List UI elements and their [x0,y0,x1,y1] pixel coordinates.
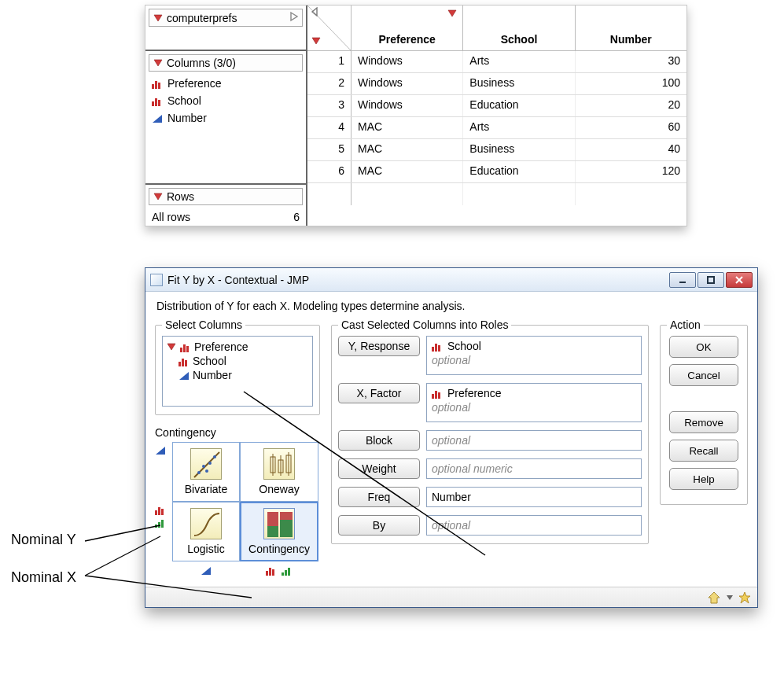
oneway-cell[interactable]: Oneway [240,442,318,502]
columns-header-label: Columns (3/0) [167,57,236,69]
select-columns-list[interactable]: Preference School Number [162,336,313,407]
list-item[interactable]: Preference [164,340,311,354]
columns-panel-header[interactable]: Columns (3/0) [149,54,303,72]
disclose-icon[interactable] [166,341,177,352]
x-factor-button[interactable]: X, Factor [338,383,420,403]
table-row[interactable]: 3 Windows Education 20 [307,95,686,117]
rows-summary: All rows 6 [145,208,306,226]
weight-box[interactable]: optional numeric [426,458,642,479]
nominal-icon [152,79,163,88]
svg-rect-30 [280,520,293,537]
optional-label: optional [432,519,636,532]
assigned-column: Preference [447,387,501,399]
cell[interactable]: Windows [352,51,463,72]
block-button[interactable]: Block [338,430,420,451]
column-item[interactable]: Preference [145,75,306,92]
svg-point-18 [208,462,212,465]
by-box[interactable]: optional [426,515,642,536]
rows-panel-header[interactable]: Rows [149,188,303,205]
by-button[interactable]: By [338,515,420,536]
cell[interactable]: Arts [463,51,575,72]
recall-button[interactable]: Recall [669,440,738,462]
cell[interactable]: Business [463,73,575,94]
cell[interactable]: 30 [576,51,686,72]
minimize-button[interactable] [669,272,696,288]
list-item[interactable]: School [164,354,311,368]
cell[interactable]: 20 [576,95,686,116]
table-row[interactable]: 1 Windows Arts 30 [307,51,686,73]
row-number: 6 [307,161,352,182]
contingency-icon [263,508,295,539]
block-box[interactable]: optional [426,430,642,451]
home-icon[interactable] [707,591,721,605]
cell[interactable]: MAC [352,161,463,182]
play-icon[interactable] [289,11,299,24]
column-item[interactable]: School [145,92,306,109]
cell[interactable]: Arts [463,117,575,138]
optional-label: optional [432,401,636,414]
disclose-icon[interactable] [447,8,458,19]
fit-y-by-x-dialog: Fit Y by X - Contextual - JMP Distributi… [145,267,758,608]
svg-rect-29 [280,512,293,520]
cell[interactable]: Business [463,139,575,160]
cell[interactable]: 60 [576,117,686,138]
column-header[interactable]: Number [576,6,686,50]
dropdown-icon[interactable] [726,591,734,604]
logistic-cell[interactable]: Logistic [172,502,240,561]
help-button[interactable]: Help [669,468,738,490]
freq-box[interactable]: Number [426,487,642,507]
y-response-box[interactable]: School optional [426,336,642,375]
cell[interactable]: 40 [576,139,686,160]
disclose-icon[interactable] [153,191,164,202]
weight-button[interactable]: Weight [338,458,420,479]
svg-rect-12 [708,277,714,283]
svg-marker-32 [727,595,733,600]
list-item[interactable]: Number [164,368,311,382]
table-row[interactable]: 5 MAC Business 40 [307,139,686,161]
ok-button[interactable]: OK [669,336,738,358]
select-columns-label: Select Columns [162,318,245,331]
data-grid[interactable]: Preference School Number 1 Windows Arts … [307,6,686,226]
disclose-icon[interactable] [153,13,164,24]
y-response-button[interactable]: Y, Response [338,336,420,356]
freq-button[interactable]: Freq [338,487,420,507]
cell[interactable]: MAC [352,117,463,138]
table-row[interactable]: 6 MAC Education 120 [307,161,686,183]
remove-button[interactable]: Remove [669,411,738,433]
column-name: Number [193,369,232,381]
bivariate-cell[interactable]: Bivariate [172,442,240,502]
titlebar[interactable]: Fit Y by X - Contextual - JMP [145,268,757,292]
cancel-button[interactable]: Cancel [669,364,738,386]
star-icon[interactable] [738,591,751,604]
cell[interactable]: Windows [352,95,463,116]
table-row[interactable]: 4 MAC Arts 60 [307,117,686,139]
svg-marker-10 [312,8,317,16]
nominal-icon [180,342,191,352]
maximize-button[interactable] [698,272,724,288]
assigned-column: Number [432,491,471,503]
grid-corner[interactable] [307,6,352,50]
cell[interactable]: 120 [576,161,686,182]
row-number: 1 [307,51,352,72]
cell[interactable]: Education [463,161,575,182]
cell[interactable]: Education [463,95,575,116]
svg-point-17 [202,465,205,468]
table-name-row[interactable]: computerprefs [149,9,303,27]
contingency-cell[interactable]: Contingency [240,502,318,561]
column-header[interactable]: Preference [352,6,463,50]
cell[interactable]: 100 [576,73,686,94]
close-button[interactable] [726,272,753,288]
table-row[interactable]: 2 Windows Business 100 [307,73,686,95]
cell[interactable]: MAC [352,139,463,160]
logistic-icon [190,508,222,539]
app-icon [150,274,163,286]
cell[interactable]: Windows [352,73,463,94]
disclose-icon[interactable] [311,35,322,46]
svg-rect-28 [267,526,278,537]
disclose-icon[interactable] [153,57,164,68]
column-item[interactable]: Number [145,109,306,127]
status-bar [145,587,757,607]
cast-roles-group: Cast Selected Columns into Roles Y, Resp… [331,318,649,544]
column-header[interactable]: School [463,6,575,50]
x-factor-box[interactable]: Preference optional [426,383,642,422]
